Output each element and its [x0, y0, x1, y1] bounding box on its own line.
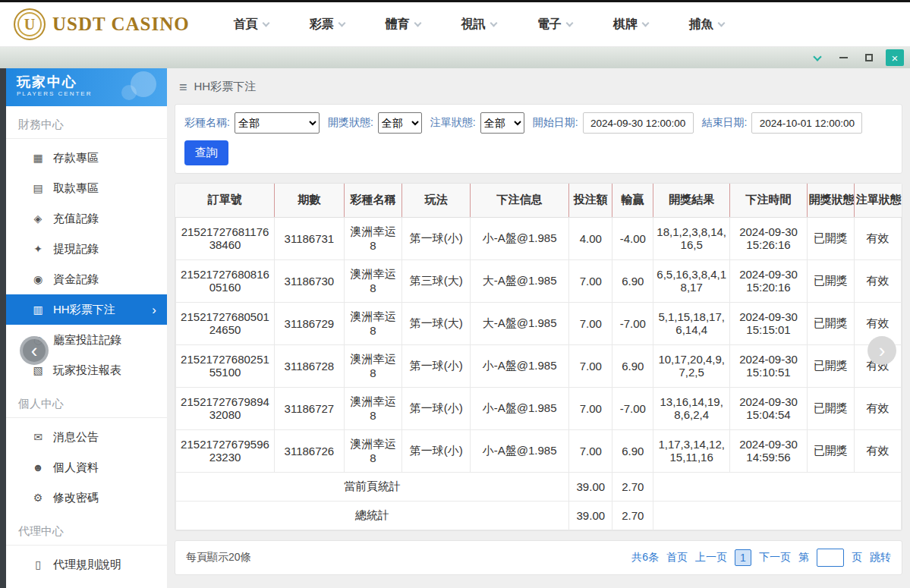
pagination-bar: 每頁顯示20條 共6条 首页 上一页 1 下一页 第 页 跳转	[175, 540, 902, 575]
cell-winloss: -7.00	[612, 302, 653, 344]
col-order-status: 注單狀態	[854, 184, 901, 217]
col-period: 期數	[275, 184, 345, 217]
scroll-left-button[interactable]: ‹	[20, 336, 49, 365]
window-maximize-button[interactable]	[860, 49, 878, 66]
chevron-left-icon: ‹	[31, 341, 38, 360]
cell-bet-info: 小-A盤@1.985	[471, 344, 569, 387]
cell-order-id: 2152172768081605160	[176, 259, 275, 302]
sidebar-item-label: 修改密碼	[53, 491, 99, 505]
cell-bet-amount: 7.00	[569, 259, 612, 302]
cell-draw-status: 已開獎	[807, 259, 854, 302]
end-date-input[interactable]	[751, 112, 862, 134]
sidebar-item-change-password[interactable]: ⚙ 修改密碼	[6, 483, 167, 513]
cell-bet-info: 大-A盤@1.985	[471, 302, 569, 344]
sidebar-item-withdraw[interactable]: ▤ 取款專區	[6, 173, 167, 203]
section-finance-center: 財務中心	[6, 106, 167, 139]
cell-draw-status: 已開獎	[807, 429, 854, 472]
chevron-down-icon	[565, 19, 573, 27]
chevron-down-icon	[641, 19, 649, 27]
close-icon: ×	[892, 52, 899, 64]
cell-bet-time: 2024-09-30 14:59:56	[730, 429, 807, 472]
sidebar-item-profile[interactable]: ☻ 個人資料	[6, 452, 167, 483]
window-close-button[interactable]: ×	[886, 49, 904, 66]
jump-button[interactable]: 跳转	[870, 551, 891, 564]
nav-label: 棋牌	[613, 17, 638, 33]
cell-winloss: 6.90	[612, 344, 653, 387]
cell-bet-info: 大-A盤@1.985	[471, 259, 569, 302]
start-date-input[interactable]	[583, 112, 694, 134]
logo-text: USDT CASINO	[52, 14, 190, 35]
summary-label: 當前頁統計	[176, 472, 569, 501]
summary-bet-total: 39.00	[569, 472, 612, 501]
cell-bet-amount: 7.00	[569, 387, 612, 429]
cell-draw-status: 已開獎	[807, 387, 854, 429]
draw-status-select[interactable]: 全部	[378, 112, 422, 134]
nav-item-cards[interactable]: 棋牌	[613, 17, 648, 33]
order-status-label: 注單狀態:	[430, 116, 476, 130]
nav-label: 首頁	[234, 17, 258, 33]
players-center-banner: 玩家中心 PLAYERS CENTER	[6, 68, 167, 106]
summary-row-grand-total: 總統計 39.00 2.70	[176, 501, 902, 530]
chevron-down-icon	[414, 19, 421, 27]
gear-icon: ⚙	[30, 492, 46, 504]
nav-label: 彩票	[310, 17, 334, 33]
cell-bet-amount: 7.00	[569, 344, 612, 387]
sidebar-item-label: 充值記錄	[53, 212, 99, 226]
current-page-badge[interactable]: 1	[735, 549, 751, 566]
summary-winloss-total: 2.70	[612, 472, 653, 501]
nav-item-home[interactable]: 首頁	[234, 17, 269, 33]
jump-page-input[interactable]	[817, 549, 844, 567]
window-minimize-button[interactable]	[834, 49, 852, 66]
sidebar-item-announcements[interactable]: ✉ 消息公告	[6, 422, 167, 452]
cell-draw-result: 6,5,16,3,8,4,18,17	[653, 259, 730, 302]
lottery-name-select[interactable]: 全部	[235, 112, 320, 134]
cell-bet-amount: 7.00	[569, 302, 612, 344]
sidebar-item-deposit[interactable]: ▦ 存款專區	[6, 143, 167, 173]
nav-item-fishing[interactable]: 捕魚	[689, 17, 724, 33]
sidebar-item-agent-rules[interactable]: ▯ 代理規則說明	[6, 549, 167, 580]
nav-item-sports[interactable]: 體育	[386, 17, 420, 33]
cell-lottery-name: 澳洲幸运8	[344, 387, 401, 429]
search-button[interactable]: 查詢	[184, 140, 228, 165]
bell-icon: ✉	[30, 431, 46, 443]
prev-page-link[interactable]: 上一页	[695, 551, 727, 564]
sidebar-item-hh-lottery-bets[interactable]: ▥ HH彩票下注 ›	[6, 294, 167, 325]
cell-period: 31186731	[275, 217, 345, 259]
cell-winloss: 6.90	[612, 429, 653, 472]
sidebar-item-cashout-record[interactable]: ✦ 提現記錄	[6, 234, 167, 264]
hamburger-menu-icon[interactable]: ≡	[179, 80, 187, 94]
nav-item-slots[interactable]: 電子	[537, 17, 572, 33]
nav-item-lottery[interactable]: 彩票	[310, 17, 345, 33]
sidebar-item-label: 代理規則說明	[53, 558, 121, 572]
nav-label: 體育	[386, 17, 410, 33]
cell-play-type: 第一球(小)	[402, 429, 471, 472]
app-window: U USDT CASINO 首頁 彩票 體育 視訊 電子	[0, 0, 910, 588]
cell-play-type: 第一球(小)	[402, 387, 471, 429]
first-page-link[interactable]: 首页	[666, 551, 688, 564]
scroll-right-button[interactable]: ›	[867, 336, 896, 365]
cell-draw-status: 已開獎	[807, 344, 854, 387]
next-page-link[interactable]: 下一页	[759, 551, 791, 564]
order-status-select[interactable]: 全部	[480, 112, 524, 134]
end-date-label: 結束日期:	[702, 116, 748, 130]
cell-bet-time: 2024-09-30 15:20:16	[730, 259, 807, 302]
site-header: U USDT CASINO 首頁 彩票 體育 視訊 電子	[0, 2, 910, 47]
cell-bet-amount: 4.00	[569, 217, 612, 259]
nav-item-live[interactable]: 視訊	[461, 17, 496, 33]
cell-draw-result: 5,1,15,18,17,6,14,4	[653, 302, 730, 344]
sidebar-item-label: 存款專區	[53, 151, 99, 165]
cell-bet-info: 小-A盤@1.985	[471, 387, 569, 429]
window-collapse-button[interactable]	[808, 49, 827, 66]
sidebar-item-funds-record[interactable]: ◉ 資金記錄	[6, 264, 167, 294]
section-agent-center: 代理中心	[6, 513, 167, 546]
cell-order-status: 有效	[854, 387, 901, 429]
cell-play-type: 第一球(大)	[402, 302, 471, 344]
section-personal-center: 個人中心	[6, 385, 167, 418]
site-logo[interactable]: U USDT CASINO	[14, 8, 190, 40]
cell-play-type: 第三球(大)	[402, 259, 471, 302]
cell-bet-info: 小-A盤@1.985	[471, 217, 569, 259]
cell-order-status: 有效	[854, 429, 901, 472]
sidebar-item-recharge-record[interactable]: ◈ 充值記錄	[6, 203, 167, 234]
cell-bet-time: 2024-09-30 15:04:54	[730, 387, 807, 429]
sidebar-item-label: 廳室投註記錄	[53, 333, 121, 347]
